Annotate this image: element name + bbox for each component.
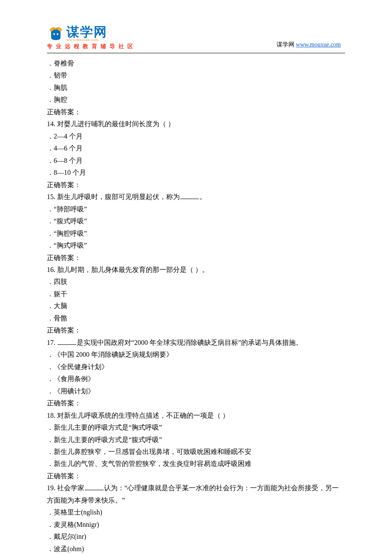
option-line: ．《中国 2000 年消除碘缺乏病规划纲要》: [47, 349, 345, 361]
option-text: 四肢: [54, 278, 67, 285]
option-line: ．新生儿的气管、支气管的管腔狭窄，发生炎症时容易造成呼吸困难: [47, 458, 345, 470]
option-text: 胸肌: [54, 84, 67, 91]
option-bullet: ．: [47, 302, 54, 309]
option-bullet: ．: [47, 60, 54, 67]
option-bullet: ．: [47, 375, 54, 382]
question-stem: 15. 新生儿呼吸时，腹部可见明显起伏，称为。: [47, 191, 345, 203]
option-bullet: ．: [47, 133, 54, 140]
question-stem: 17. 是实现中国政府对“2000 年全球实现消除碘缺乏病目标”的承诺与具体措施…: [47, 337, 345, 349]
option-bullet: ．: [47, 290, 54, 298]
option-line: ．新生儿鼻腔狭窄，一旦感冒会出现鼻堵，可致吸吮困难和睡眠不安: [47, 446, 345, 458]
option-bullet: ．: [47, 169, 54, 176]
question-number: 16.: [47, 266, 57, 273]
option-bullet: ．: [47, 96, 54, 103]
stem-text: 胎儿时期，胎儿身体最先发育的那一部分是（ ）。: [57, 266, 209, 273]
option-line: ．胸腔: [47, 94, 345, 106]
logo-block: 谋学网 www.mouxue.com 专业远程教育辅导社区: [47, 26, 136, 50]
question-number: 19.: [47, 484, 57, 491]
option-text: 《用碘计划》: [54, 387, 95, 395]
fill-blank: [85, 484, 104, 490]
svg-point-1: [57, 33, 58, 35]
option-text: 大脑: [54, 302, 67, 309]
option-text: 英格里士(nglish): [54, 509, 102, 516]
svg-point-0: [53, 33, 55, 35]
option-bullet: ．: [47, 72, 54, 79]
answer-label: 正确答案：: [47, 324, 345, 336]
question-stem: 19. 社会学家认为：“心理健康就是合乎某一水准的社会行为：一方面能为社会所接受…: [47, 482, 345, 506]
option-line: ．新生儿主要的呼吸方式是“腹式呼吸”: [47, 434, 345, 446]
option-bullet: ．: [47, 521, 54, 528]
option-bullet: ．: [47, 509, 54, 516]
answer-label: 正确答案：: [47, 179, 345, 191]
option-bullet: ．: [47, 424, 54, 431]
option-line: ．《全民健身计划》: [47, 361, 345, 373]
option-bullet: ．: [47, 533, 54, 540]
fill-blank: [180, 193, 199, 199]
option-line: ．新生儿主要的呼吸方式是“胸式呼吸”: [47, 422, 345, 434]
option-bullet: ．: [47, 278, 54, 285]
stem-text: 。: [199, 193, 206, 200]
option-text: 躯干: [54, 290, 67, 298]
stem-text: 新生儿呼吸时，腹部可见明显起伏，称为: [57, 193, 180, 200]
option-bullet: ．: [47, 145, 54, 152]
header-right: 谋学网 www.mouxue.com: [277, 41, 345, 50]
stem-text: 社会学家: [57, 484, 84, 491]
option-bullet: ．: [47, 387, 54, 395]
option-line: ．“胸腔呼吸”: [47, 228, 345, 240]
option-line: ．8—10 个月: [47, 167, 345, 179]
option-line: ．“腹式呼吸”: [47, 215, 345, 227]
option-text: 新生儿主要的呼吸方式是“胸式呼吸”: [54, 424, 162, 431]
option-line: ．麦灵格(Mnnigr): [47, 519, 345, 531]
option-text: “腹式呼吸”: [54, 217, 87, 225]
option-line: ．“胸式呼吸”: [47, 240, 345, 251]
option-line: ．“肺部呼吸”: [47, 203, 345, 215]
stem-text: 对婴儿进行哺乳的最佳时间长度为（ ）: [57, 120, 175, 127]
option-line: ．大脑: [47, 300, 345, 312]
option-bullet: ．: [47, 217, 54, 225]
option-line: ．韧带: [47, 69, 345, 81]
answer-label: 正确答案：: [47, 106, 345, 118]
option-text: 《食用条例》: [54, 375, 95, 382]
stem-text: 对新生儿呼吸系统的生理特点描述，不正确的一项是（ ）: [57, 412, 229, 419]
option-line: ．2—4 个月: [47, 130, 345, 142]
option-text: “肺部呼吸”: [54, 205, 87, 213]
stem-text: 是实现中国政府对“2000 年全球实现消除碘缺乏病目标”的承诺与具体措施。: [77, 339, 303, 346]
question-number: 18.: [47, 412, 57, 419]
option-bullet: ．: [47, 157, 54, 164]
option-bullet: ．: [47, 351, 54, 358]
logo-small-url: www.mouxue.com: [66, 38, 107, 42]
header-right-prefix: 谋学网: [277, 41, 296, 48]
question-stem: 18. 对新生儿呼吸系统的生理特点描述，不正确的一项是（ ）: [47, 410, 345, 422]
option-line: ．6—8 个月: [47, 155, 345, 167]
question-number: 14.: [47, 120, 57, 127]
answer-label: 正确答案：: [47, 470, 345, 482]
document-content: ．脊椎骨．韧带．胸肌．胸腔正确答案：14. 对婴儿进行哺乳的最佳时间长度为（ ）…: [47, 58, 345, 555]
option-bullet: ．: [47, 436, 54, 443]
option-line: ．脊椎骨: [47, 58, 345, 69]
answer-label: 正确答案：: [47, 252, 345, 264]
logo-title: 谋学网: [66, 26, 107, 38]
question-stem: 14. 对婴儿进行哺乳的最佳时间长度为（ ）: [47, 118, 345, 130]
logo-subtitle: 专业远程教育辅导社区: [47, 43, 136, 50]
logo-icon: [47, 26, 65, 42]
option-text: 胸腔: [54, 96, 67, 103]
header-divider: [47, 53, 345, 53]
option-bullet: ．: [47, 242, 54, 249]
option-text: 新生儿鼻腔狭窄，一旦感冒会出现鼻堵，可致吸吮困难和睡眠不安: [54, 448, 251, 455]
option-text: 麦灵格(Mnnigr): [54, 521, 99, 528]
option-bullet: ．: [47, 230, 54, 237]
option-text: 《全民健身计划》: [54, 363, 108, 370]
option-text: 8—10 个月: [54, 169, 86, 176]
option-text: 戴尼尔(inr): [54, 533, 86, 540]
option-text: 6—8 个月: [54, 157, 83, 164]
option-text: 骨骼: [54, 315, 67, 322]
option-line: ．四肢: [47, 276, 345, 288]
option-line: ．骨骼: [47, 312, 345, 324]
question-number: 15.: [47, 193, 57, 200]
option-text: 新生儿主要的呼吸方式是“腹式呼吸”: [54, 436, 162, 443]
option-text: 脊椎骨: [54, 60, 74, 67]
header-link[interactable]: www.mouxue.com: [296, 41, 341, 48]
question-stem: 16. 胎儿时期，胎儿身体最先发育的那一部分是（ ）。: [47, 264, 345, 276]
option-text: 韧带: [54, 72, 67, 79]
option-bullet: ．: [47, 448, 54, 455]
